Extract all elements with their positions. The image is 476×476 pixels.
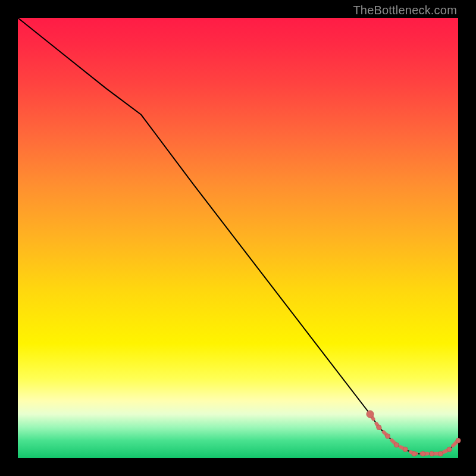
highlight-dot: [377, 425, 381, 430]
highlight-dot: [394, 443, 399, 447]
chart-frame: TheBottleneck.com: [0, 0, 476, 476]
highlight-dot: [421, 452, 425, 456]
chart-overlay: [18, 18, 458, 458]
highlight-dot: [438, 452, 443, 456]
highlight-dashed-line: [370, 414, 458, 454]
watermark-text: TheBottleneck.com: [353, 4, 457, 17]
highlight-dot: [403, 447, 408, 452]
highlight-dot: [386, 434, 390, 439]
curve-line: [18, 18, 458, 454]
highlight-dot: [430, 452, 434, 456]
highlight-dot: [367, 411, 374, 418]
highlight-dot: [456, 438, 461, 443]
highlight-dot: [447, 447, 452, 452]
highlight-dot: [412, 452, 416, 456]
